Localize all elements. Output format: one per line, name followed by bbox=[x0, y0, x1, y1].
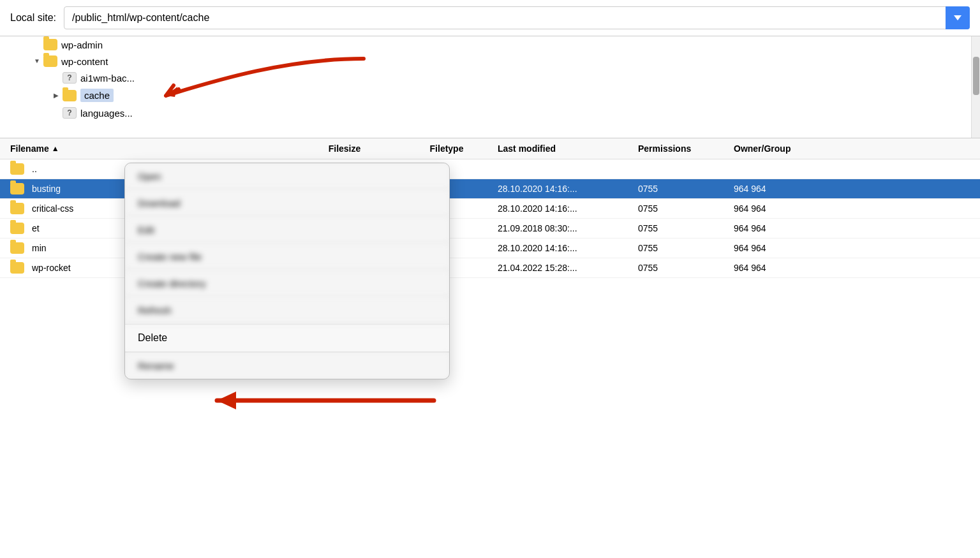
context-menu-item-1[interactable]: Open bbox=[125, 163, 449, 190]
owner-et: 964 964 bbox=[734, 223, 861, 233]
file-name-critical-css: critical-css bbox=[32, 203, 73, 214]
lastmod-critical-css: 28.10.2020 14:16:... bbox=[498, 203, 638, 214]
tree-arrow-wp-content bbox=[32, 56, 42, 66]
col-header-filename-text: Filename bbox=[10, 143, 49, 154]
perms-wp-rocket: 0755 bbox=[638, 263, 734, 273]
local-site-label: Local site: bbox=[10, 12, 56, 24]
context-menu-item-6[interactable]: Refresh bbox=[125, 297, 449, 324]
tree-item-wp-content[interactable]: wp-content bbox=[0, 53, 980, 70]
col-header-permissions[interactable]: Permissions bbox=[638, 143, 734, 154]
tree-scrollbar-thumb bbox=[973, 57, 979, 95]
folder-icon-busting bbox=[10, 183, 24, 195]
owner-wp-rocket: 964 964 bbox=[734, 263, 861, 273]
context-menu-item-5[interactable]: Create directory bbox=[125, 270, 449, 297]
perms-min: 0755 bbox=[638, 243, 734, 253]
file-name-wp-rocket: wp-rocket bbox=[32, 263, 71, 273]
tree-item-cache[interactable]: cache bbox=[0, 86, 980, 105]
question-icon-ai1wm-bac: ? bbox=[63, 72, 77, 84]
folder-icon-min bbox=[10, 242, 24, 254]
tree-label-cache: cache bbox=[80, 89, 114, 102]
tree-scrollbar[interactable] bbox=[971, 36, 980, 138]
tree-item-ai1wm-bac[interactable]: ? ai1wm-bac... bbox=[0, 70, 980, 86]
col-header-filetype[interactable]: Filetype bbox=[396, 143, 498, 154]
folder-icon-critical-css bbox=[10, 203, 24, 214]
perms-busting: 0755 bbox=[638, 184, 734, 194]
perms-critical-css: 0755 bbox=[638, 203, 734, 214]
tree-arrow-cache bbox=[51, 91, 61, 101]
folder-icon-et bbox=[10, 223, 24, 234]
file-name-busting: busting bbox=[32, 184, 61, 194]
file-name-et: et bbox=[32, 223, 40, 233]
path-dropdown-button[interactable] bbox=[946, 6, 970, 29]
tree-label-wp-admin: wp-admin bbox=[61, 40, 103, 50]
col-header-owner[interactable]: Owner/Group bbox=[734, 143, 861, 154]
tree-label-languages: languages... bbox=[80, 108, 133, 119]
lastmod-busting: 28.10.2020 14:16:... bbox=[498, 184, 638, 194]
context-menu-item-7[interactable]: Rename bbox=[125, 353, 449, 379]
lastmod-wp-rocket: 21.04.2022 15:28:... bbox=[498, 263, 638, 273]
sort-arrow-icon: ▲ bbox=[52, 144, 59, 153]
folder-icon-wp-admin bbox=[43, 39, 57, 50]
owner-critical-css: 964 964 bbox=[734, 203, 861, 214]
context-menu-item-3[interactable]: Edit bbox=[125, 217, 449, 244]
context-menu-item-4[interactable]: Create new file bbox=[125, 244, 449, 270]
path-input-wrapper bbox=[64, 6, 970, 29]
context-menu: Open Download Edit Create new file Creat… bbox=[124, 163, 450, 379]
folder-icon-wp-content bbox=[43, 55, 57, 67]
lastmod-min: 28.10.2020 14:16:... bbox=[498, 243, 638, 253]
folder-icon-wp-rocket bbox=[10, 262, 24, 274]
folder-icon-dotdot bbox=[10, 163, 24, 175]
tree-item-languages[interactable]: ? languages... bbox=[0, 105, 980, 121]
col-header-filename[interactable]: Filename ▲ bbox=[0, 143, 293, 154]
col-header-lastmod[interactable]: Last modified bbox=[498, 143, 638, 154]
tree-item-wp-admin[interactable]: wp-admin bbox=[0, 36, 980, 53]
lastmod-et: 21.09.2018 08:30:... bbox=[498, 223, 638, 233]
file-name-min: min bbox=[32, 243, 47, 253]
owner-min: 964 964 bbox=[734, 243, 861, 253]
file-list-header: Filename ▲ Filesize Filetype Last modifi… bbox=[0, 138, 980, 159]
owner-busting: 964 964 bbox=[734, 184, 861, 194]
tree-label-wp-content: wp-content bbox=[61, 56, 108, 67]
top-bar: Local site: bbox=[0, 0, 980, 36]
folder-icon-cache bbox=[63, 90, 77, 101]
question-icon-languages: ? bbox=[63, 107, 77, 119]
path-input[interactable] bbox=[64, 6, 970, 29]
context-menu-delete-item[interactable]: Delete bbox=[125, 325, 449, 352]
chevron-down-icon bbox=[954, 15, 961, 20]
col-header-filesize[interactable]: Filesize bbox=[293, 143, 396, 154]
context-menu-item-2[interactable]: Download bbox=[125, 190, 449, 217]
tree-panel: wp-admin wp-content ? ai1wm-bac... cache… bbox=[0, 36, 980, 138]
tree-label-ai1wm-bac: ai1wm-bac... bbox=[80, 73, 135, 84]
file-name-dotdot: .. bbox=[32, 164, 37, 174]
perms-et: 0755 bbox=[638, 223, 734, 233]
